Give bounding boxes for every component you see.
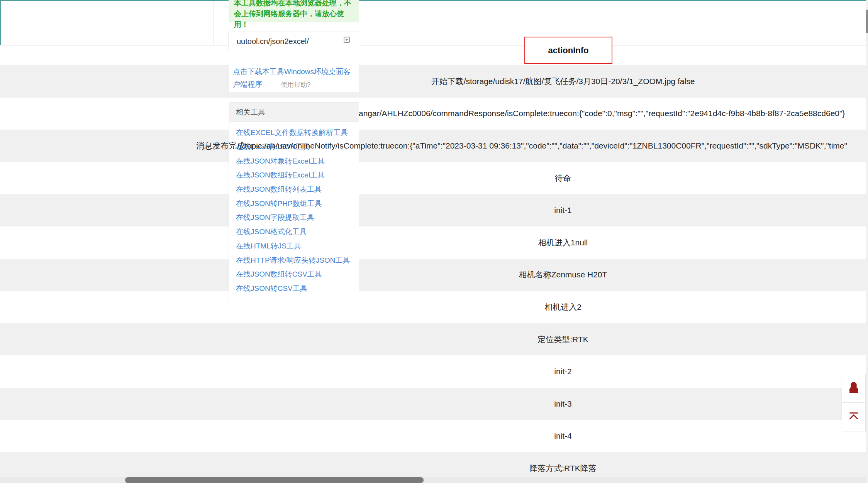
related-tools-title: 相关工具 <box>229 103 359 122</box>
list-item: 在线HTML转JS工具 <box>236 239 359 253</box>
qq-contact-button[interactable] <box>842 374 866 403</box>
table-header-cell-actioninfo[interactable]: actionInfo <box>524 37 612 64</box>
client-download-box: 点击下载本工具Windows环境桌面客户端程序使用帮助? <box>229 62 359 92</box>
related-tool-link[interactable]: 在线JSON格式化工具 <box>236 227 307 237</box>
table-row: angar/AHLHZc0006/commandResponse/isCompl… <box>359 98 845 130</box>
table-row: init-2 <box>258 355 868 388</box>
vertical-scrollbar[interactable] <box>866 0 868 483</box>
related-tool-link[interactable]: 在线JSON转CSV工具 <box>236 284 307 294</box>
list-item: 在线JSON转CSV工具 <box>236 282 359 296</box>
textarea-top-border <box>0 0 868 1</box>
related-tool-link[interactable]: 在线JSON数组转CSV工具 <box>236 269 322 279</box>
list-item: 在线JSON数组转列表工具 <box>236 182 359 197</box>
vertical-scrollbar-thumb[interactable] <box>866 10 868 33</box>
horizontal-scrollbar-thumb[interactable] <box>125 477 424 483</box>
page: actionInfo 开始下载/storage/udisk17/航图/复飞任务/… <box>0 0 868 483</box>
related-tool-link[interactable]: 在线JSON数组转Excel工具 <box>236 170 325 180</box>
row-text: 相机进入2 <box>544 302 581 312</box>
row-text: 待命 <box>555 173 571 184</box>
table-row: 消息发布完成topic:/ah/uav/onlineNotify/isCompl… <box>196 130 847 162</box>
row-text: angar/AHLHZc0006/commandResponse/isCompl… <box>359 109 845 118</box>
back-to-top-button[interactable] <box>842 402 866 431</box>
row-text: 消息发布完成topic:/ah/uav/onlineNotify/isCompl… <box>196 140 847 151</box>
tool-url: uutool.cn/json2excel/ <box>237 37 342 46</box>
panel-divider-vertical <box>213 0 214 45</box>
related-tool-link[interactable]: 在线HTML转JS工具 <box>236 241 301 251</box>
row-text: 相机名称Zenmuse H20T <box>519 269 607 280</box>
horizontal-scrollbar[interactable] <box>0 477 868 483</box>
usage-help-link[interactable]: 使用帮助? <box>281 81 310 88</box>
related-tool-link[interactable]: 在线JSON转PHP数组工具 <box>236 199 322 209</box>
row-text: init-1 <box>554 206 572 215</box>
related-tool-link[interactable]: 在线JSON数组转列表工具 <box>236 184 322 194</box>
row-text: 相机进入1null <box>538 237 588 248</box>
list-item: 在线JSON转PHP数组工具 <box>236 196 359 211</box>
table-row: 定位类型:RTK <box>258 323 868 356</box>
notice-text: 本工具数据均在本地浏览器处理，不会上传到网络服务器中，请放心使用！ <box>234 0 351 29</box>
table-row: init-4 <box>258 420 868 453</box>
copy-url-button[interactable] <box>342 36 353 47</box>
back-to-top-icon <box>847 410 860 424</box>
related-tool-link[interactable]: 在线JSON字段提取工具 <box>236 213 314 223</box>
list-item: 在线JSON数组转Excel工具 <box>236 168 359 182</box>
related-tool-link[interactable]: 在线HTTP请求/响应头转JSON工具 <box>236 255 350 265</box>
row-text: 定位类型:RTK <box>537 334 588 345</box>
row-text: init-2 <box>554 367 572 376</box>
copy-icon <box>342 36 353 47</box>
panel-divider-horizontal <box>0 45 868 46</box>
row-text: init-3 <box>554 399 572 409</box>
textarea-left-border <box>0 0 1 45</box>
list-item: 在线JSON字段提取工具 <box>236 211 359 225</box>
tool-url-box[interactable]: uutool.cn/json2excel/ <box>229 32 359 51</box>
list-item: 在线JSON数组转CSV工具 <box>236 267 359 282</box>
qq-penguin-icon <box>847 381 861 396</box>
row-text: 降落方式:RTK降落 <box>529 463 596 474</box>
row-text: 开始下载/storage/udisk17/航图/复飞任务/3月30日-20/3/… <box>431 76 695 87</box>
table-header-label: actionInfo <box>548 46 588 56</box>
list-item: 在线JSON格式化工具 <box>236 225 359 239</box>
table-row: init-3 <box>258 388 868 420</box>
local-processing-notice: 本工具数据均在本地浏览器处理，不会上传到网络服务器中，请放心使用！ <box>229 0 359 22</box>
list-item: 在线HTTP请求/响应头转JSON工具 <box>236 253 359 267</box>
row-text: init-4 <box>554 431 572 441</box>
